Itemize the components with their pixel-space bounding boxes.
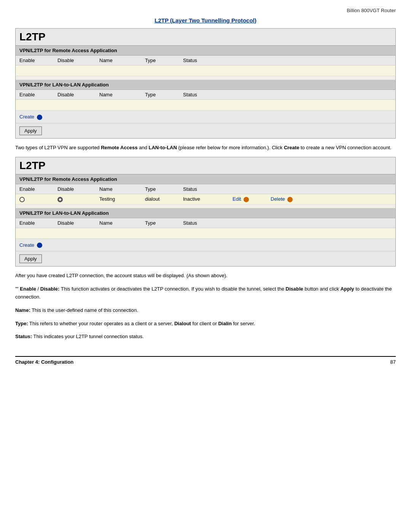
col-enable-2: Enable (16, 184, 54, 194)
remote-access-header-2: VPN/L2TP for Remote Access Application (16, 174, 395, 184)
col-disable-2: Disable (54, 184, 96, 194)
edit-link[interactable]: Edit (233, 196, 249, 202)
col-name-lan-1: Name (96, 90, 141, 99)
remote-access-empty-row-1 (16, 66, 395, 76)
col-delete-lan-1 (267, 90, 309, 99)
remote-access-col-header-1: Enable Disable Name Type Status (16, 56, 395, 66)
apply-button-2[interactable]: Apply (19, 254, 42, 263)
col-enable-1: Enable (16, 56, 54, 65)
col-edit-lan-1 (229, 90, 267, 99)
header-text: Billion 800VGT Router (347, 8, 396, 13)
col-status-1: Status (179, 56, 229, 65)
lan-to-lan-col-header-2: Enable Disable Name Type Status (16, 218, 395, 228)
remote-access-data-row: Testing dialout Inactive Edit Delete (16, 194, 395, 204)
description-1: Two types of L2TP VPN are supported Remo… (15, 144, 396, 152)
col-delete-1 (267, 56, 309, 65)
col-edit-2 (229, 184, 267, 194)
lan-to-lan-header-2: VPN/L2TP for LAN-to-LAN Application (16, 208, 395, 218)
create-row-1: Create (16, 110, 395, 123)
remote-access-col-header-2: Enable Disable Name Type Status (16, 184, 395, 194)
radio-filled-icon[interactable] (57, 197, 63, 202)
description-3: ”” Enable / Disable: This function activ… (15, 285, 396, 301)
l2tp-box-sample: L2TP VPN/L2TP for Remote Access Applicat… (15, 157, 396, 267)
col-edit-lan-2 (229, 218, 267, 228)
description-2: After you have created L2TP connection, … (15, 272, 396, 280)
edit-cell[interactable]: Edit (229, 194, 267, 204)
create-link-1[interactable]: Create (19, 114, 42, 120)
col-status-2: Status (179, 184, 229, 194)
col-status-lan-1: Status (179, 90, 229, 99)
section-title: L2TP (Layer Two Tunnelling Protocol) (15, 17, 396, 24)
col-name-lan-2: Name (96, 218, 141, 228)
lan-to-lan-col-header-1: Enable Disable Name Type Status (16, 90, 395, 100)
col-enable-lan-2: Enable (16, 218, 54, 228)
create-row-2: Create (16, 239, 395, 252)
lan-to-lan-empty-row-1 (16, 100, 395, 110)
delete-link[interactable]: Delete (271, 196, 293, 202)
col-edit-1 (229, 56, 267, 65)
radio-empty-icon[interactable] (19, 197, 25, 202)
delete-icon (287, 197, 293, 202)
col-type-lan-2: Type (141, 218, 179, 228)
spacer-1 (16, 76, 395, 80)
col-disable-lan-2: Disable (54, 218, 96, 228)
apply-row-1: Apply (16, 123, 395, 138)
disable-radio[interactable] (54, 194, 96, 204)
l2tp-box-empty: L2TP VPN/L2TP for Remote Access Applicat… (15, 28, 396, 139)
spacer-2 (16, 204, 395, 208)
apply-row-2: Apply (16, 251, 395, 266)
edit-icon (244, 197, 249, 202)
lan-to-lan-empty-row-2 (16, 228, 395, 239)
row-type: dialout (141, 194, 179, 204)
col-type-lan-1: Type (141, 90, 179, 99)
col-name-1: Name (96, 56, 141, 65)
col-enable-lan-1: Enable (16, 90, 54, 99)
col-disable-1: Disable (54, 56, 96, 65)
lan-to-lan-header-1: VPN/L2TP for LAN-to-LAN Application (16, 80, 395, 90)
description-5: Type: This refers to whether your router… (15, 320, 396, 328)
create-link-2[interactable]: Create (19, 242, 42, 248)
delete-cell[interactable]: Delete (267, 194, 309, 204)
page-header: Billion 800VGT Router (15, 8, 396, 13)
col-type-2: Type (141, 184, 179, 194)
col-disable-lan-1: Disable (54, 90, 96, 99)
create-icon-1 (37, 115, 42, 120)
l2tp-title-1: L2TP (16, 29, 395, 46)
create-icon-2 (37, 243, 42, 248)
col-delete-lan-2 (267, 218, 309, 228)
col-type-1: Type (141, 56, 179, 65)
col-status-lan-2: Status (179, 218, 229, 228)
row-name: Testing (96, 194, 141, 204)
apply-button-1[interactable]: Apply (19, 126, 42, 135)
col-name-2: Name (96, 184, 141, 194)
footer-page: 87 (390, 359, 396, 365)
l2tp-title-2: L2TP (16, 157, 395, 174)
row-status: Inactive (179, 194, 229, 204)
col-delete-2 (267, 184, 309, 194)
remote-access-header-1: VPN/L2TP for Remote Access Application (16, 46, 395, 56)
footer: Chapter 4: Configuration 87 (15, 356, 396, 365)
description-4: Name: This is the user-defined name of t… (15, 307, 396, 315)
enable-radio[interactable] (16, 194, 54, 204)
description-6: Status: This indicates your L2TP tunnel … (15, 333, 396, 341)
footer-chapter: Chapter 4: Configuration (15, 359, 73, 365)
